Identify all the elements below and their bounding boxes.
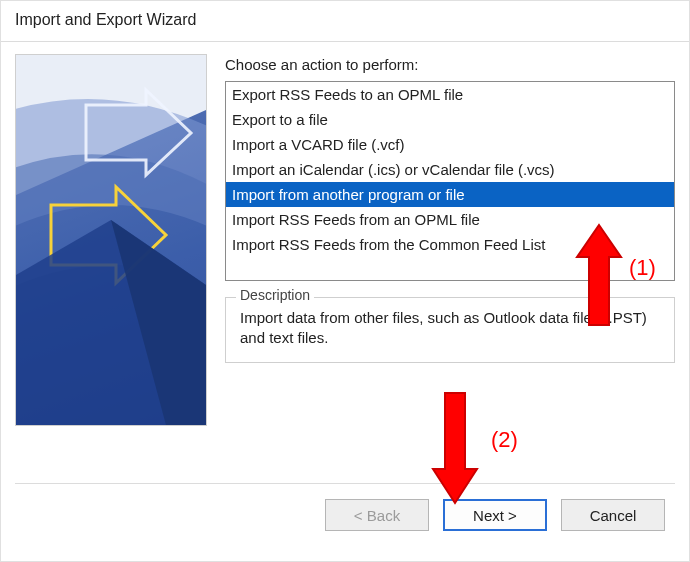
button-bar: < Back Next > Cancel bbox=[1, 499, 689, 531]
wizard-window: Import and Export Wizard bbox=[0, 0, 690, 562]
action-list-item[interactable]: Import a VCARD file (.vcf) bbox=[226, 132, 674, 157]
window-title: Import and Export Wizard bbox=[1, 1, 689, 35]
description-group: Description Import data from other files… bbox=[225, 297, 675, 363]
next-button[interactable]: Next > bbox=[443, 499, 547, 531]
right-pane: Choose an action to perform: Export RSS … bbox=[225, 54, 675, 426]
content-area: Choose an action to perform: Export RSS … bbox=[1, 42, 689, 434]
action-list-item[interactable]: Import RSS Feeds from an OPML file bbox=[226, 207, 674, 232]
action-listbox[interactable]: Export RSS Feeds to an OPML fileExport t… bbox=[225, 81, 675, 281]
action-list-item[interactable]: Import RSS Feeds from the Common Feed Li… bbox=[226, 232, 674, 257]
action-list-item[interactable]: Export RSS Feeds to an OPML file bbox=[226, 82, 674, 107]
illustration-graphic bbox=[16, 55, 206, 425]
cancel-button[interactable]: Cancel bbox=[561, 499, 665, 531]
wizard-illustration bbox=[15, 54, 207, 426]
action-list-item[interactable]: Import an iCalendar (.ics) or vCalendar … bbox=[226, 157, 674, 182]
description-legend: Description bbox=[236, 287, 314, 303]
action-list-item[interactable]: Import from another program or file bbox=[226, 182, 674, 207]
choose-action-label: Choose an action to perform: bbox=[225, 56, 675, 73]
description-text: Import data from other files, such as Ou… bbox=[240, 308, 660, 348]
buttonbar-separator bbox=[15, 483, 675, 484]
action-list-item[interactable]: Export to a file bbox=[226, 107, 674, 132]
back-button[interactable]: < Back bbox=[325, 499, 429, 531]
